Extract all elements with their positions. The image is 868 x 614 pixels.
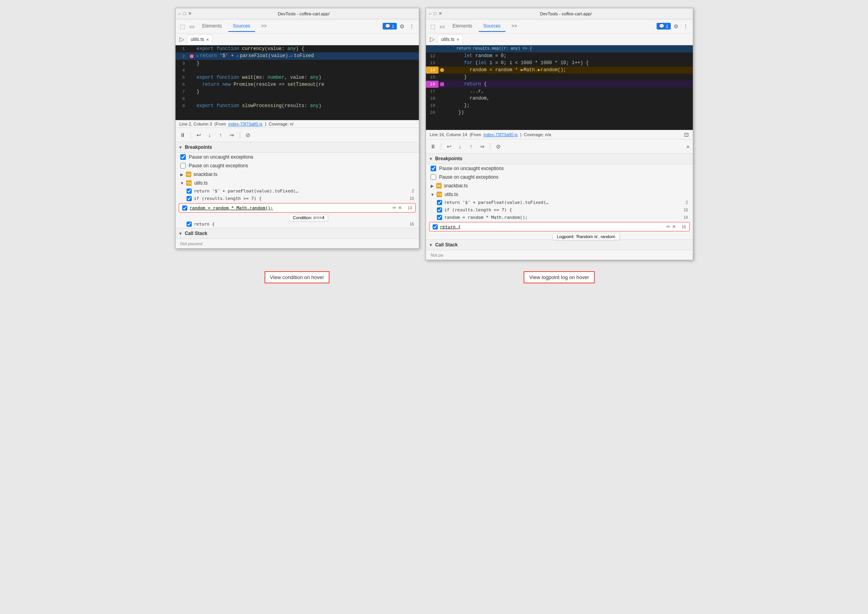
continue-btn-2[interactable]: ⇒	[478, 142, 486, 150]
collapse-panel-btn-2[interactable]: »	[687, 143, 690, 150]
code-line-8: 8	[176, 95, 419, 102]
bp-item-1-2: if (results.length >= 7) { 10	[176, 195, 419, 202]
bp-item-2-4-checkbox[interactable]	[433, 224, 438, 229]
pause-caught-checkbox-2[interactable]	[431, 174, 436, 180]
device-icon-2[interactable]: ▭	[439, 22, 446, 30]
pause-caught-label-2: Pause on caught exceptions	[439, 174, 499, 180]
window-controls-1[interactable]: – □ ✕	[179, 11, 192, 16]
call-stack-header-1[interactable]: ▼ Call Stack	[176, 228, 419, 239]
device-icon[interactable]: ▭	[188, 22, 196, 30]
close-btn-1[interactable]: ✕	[188, 11, 192, 16]
bp-file-utils-header-1[interactable]: ▼ TS utils.ts	[176, 179, 419, 187]
inspect-icon[interactable]: ⬚	[179, 22, 187, 30]
edit-icon-2-4[interactable]: ✏	[666, 224, 670, 229]
source-link-2[interactable]: index-73f73a80.js	[483, 132, 518, 137]
maximize-btn-2[interactable]: □	[434, 11, 437, 16]
file-tab-close-2[interactable]: ✕	[456, 37, 459, 42]
snackbar-filename-1: snackbar.ts	[194, 172, 218, 177]
tab-more-2[interactable]: >>	[507, 21, 522, 32]
minimize-btn-2[interactable]: –	[429, 11, 431, 16]
bp-item-1-4-code: return {	[194, 222, 404, 227]
tab-sources-1[interactable]: Sources	[228, 21, 255, 32]
bp-item-1-1-checkbox[interactable]	[187, 189, 192, 194]
code-editor-2[interactable]: return results.map((r: any) => { 12 let …	[426, 45, 693, 130]
snackbar-arrow-1: ▶	[180, 172, 183, 177]
delete-icon-1-3[interactable]: ✕	[398, 205, 402, 211]
pause-btn-1[interactable]: ⏸	[179, 131, 187, 139]
console-badge-2[interactable]: 💬 1	[657, 23, 670, 30]
bp-file-snackbar-header-2[interactable]: ▶ TS snackbar.ts	[426, 181, 693, 190]
utils-arrow-2: ▼	[431, 192, 435, 197]
settings-icon-1[interactable]: ⚙	[398, 22, 406, 30]
deactivate-btn-2[interactable]: ⊘	[494, 142, 502, 150]
bp-file-utils-1: ▼ TS utils.ts return '$' + parseFloat(va…	[176, 179, 419, 228]
file-tab-utils-2[interactable]: utils.ts ✕	[438, 35, 463, 44]
bp-item-2-1-checkbox[interactable]	[437, 200, 442, 205]
settings-icon-2[interactable]: ⚙	[672, 22, 680, 30]
delete-icon-2-4[interactable]: ✕	[672, 224, 676, 229]
breakpoints-arrow-2: ▼	[429, 157, 433, 161]
coverage-1: Coverage: n/	[269, 122, 294, 126]
pause-btn-2[interactable]: ⏸	[429, 142, 437, 150]
bp-item-2-3-checkbox[interactable]	[437, 215, 442, 220]
bp-item-1-1: return '$' + parseFloat(value).toFixed(……	[176, 187, 419, 195]
pause-caught-checkbox-1[interactable]	[180, 163, 186, 168]
annotation-2: View logpoint log on hover	[524, 271, 594, 283]
from-text-2: (From	[470, 132, 481, 137]
bp-item-1-2-checkbox[interactable]	[187, 196, 192, 201]
pause-uncaught-label-2: Pause on uncaught exceptions	[439, 166, 504, 171]
breakpoints-header-2[interactable]: ▼ Breakpoints	[426, 154, 693, 164]
more-icon-1[interactable]: ⋮	[408, 22, 416, 30]
tab-elements-2[interactable]: Elements	[448, 21, 477, 32]
pause-uncaught-row-1: Pause on uncaught exceptions	[176, 153, 419, 161]
file-tab-utils-1[interactable]: utils.ts ✕	[187, 35, 213, 44]
bp-item-1-4-checkbox[interactable]	[187, 222, 192, 227]
tab-sources-2[interactable]: Sources	[479, 21, 505, 32]
step-out-btn-2[interactable]: ↑	[467, 142, 475, 150]
call-stack-arrow-2: ▼	[429, 243, 433, 247]
status-bar-1: Line 2, Column 3 (From index-73f73a80.js…	[176, 120, 419, 128]
bp-item-2-3-line: 14	[680, 215, 688, 220]
tab-more-1[interactable]: >>	[257, 21, 272, 32]
minimize-btn-1[interactable]: –	[179, 11, 181, 16]
step-into-btn-1[interactable]: ↓	[206, 131, 214, 139]
console-badge-1[interactable]: 💬 1	[383, 23, 396, 30]
bp-item-2-2-checkbox[interactable]	[437, 207, 442, 213]
file-tab-name-2: utils.ts	[441, 37, 455, 42]
code-line-1: 1 export function currency(value: any) {	[176, 45, 419, 52]
file-tab-close-1[interactable]: ✕	[206, 37, 209, 42]
step-over-btn-2[interactable]: ↩	[445, 142, 453, 150]
call-stack-header-2[interactable]: ▼ Call Stack	[426, 239, 693, 250]
code-line-5: 5 export function wait(ms: number, value…	[176, 74, 419, 81]
continue-btn-1[interactable]: ⇒	[228, 131, 236, 139]
pause-uncaught-checkbox-1[interactable]	[180, 154, 186, 160]
step-into-btn-2[interactable]: ↓	[456, 142, 464, 150]
utils-arrow-1: ▼	[180, 181, 184, 185]
not-paused-1: Not paused	[176, 239, 419, 248]
sidebar-toggle-1[interactable]: ▷	[177, 35, 187, 44]
step-out-btn-1[interactable]: ↑	[217, 131, 225, 139]
line-col-2: Line 16, Column 14	[430, 132, 467, 137]
expand-btn-2[interactable]: ⊡	[684, 131, 689, 138]
bp-item-1-3-checkbox[interactable]	[182, 205, 187, 211]
deactivate-btn-1[interactable]: ⊘	[244, 131, 252, 139]
code-line-2-18: 18 random,	[426, 95, 693, 102]
divider-2-2	[490, 143, 490, 150]
code-editor-1[interactable]: 1 export function currency(value: any) {…	[176, 45, 419, 120]
breakpoints-header-1[interactable]: ▼ Breakpoints	[176, 142, 419, 153]
more-icon-2[interactable]: ⋮	[682, 22, 690, 30]
edit-icon-1-3[interactable]: ✏	[392, 205, 396, 211]
pause-uncaught-checkbox-2[interactable]	[431, 166, 436, 171]
source-link-1[interactable]: index-73f73a80.js	[228, 122, 263, 126]
bp-file-utils-header-2[interactable]: ▼ TS utils.ts	[426, 190, 693, 199]
code-line-2-top: return results.map((r: any) => {	[426, 45, 693, 52]
sidebar-toggle-2[interactable]: ▷	[428, 35, 437, 44]
maximize-btn-1[interactable]: □	[183, 11, 186, 16]
bp-item-1-1-code: return '$' + parseFloat(value).toFixed(…	[194, 189, 404, 194]
bp-file-snackbar-header-1[interactable]: ▶ TS snackbar.ts	[176, 170, 419, 179]
inspect-icon-2[interactable]: ⬚	[429, 22, 437, 30]
close-btn-2[interactable]: ✕	[439, 11, 442, 16]
tab-elements-1[interactable]: Elements	[198, 21, 227, 32]
window-controls-2[interactable]: – □ ✕	[429, 11, 442, 16]
step-over-btn-1[interactable]: ↩	[195, 131, 203, 139]
